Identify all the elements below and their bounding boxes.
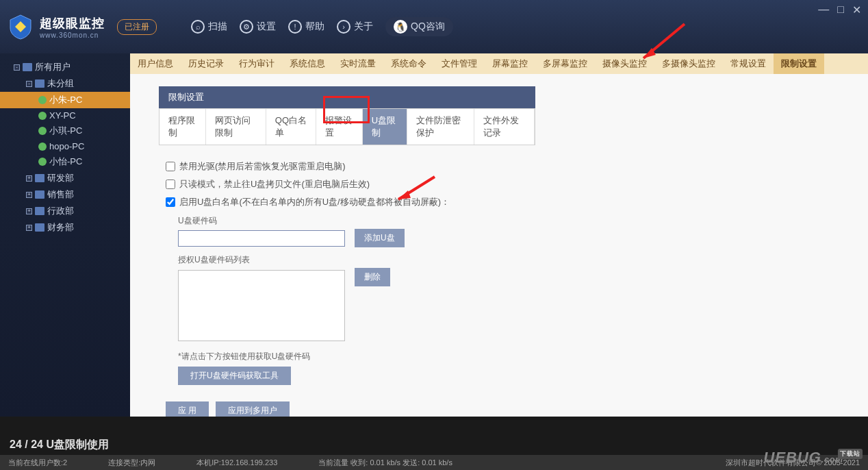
open-hwcode-tool-button[interactable]: 打开U盘硬件码获取工具 xyxy=(178,367,291,385)
tree-dept[interactable]: +行政部 xyxy=(0,203,130,219)
hw-code-label: U盘硬件码 xyxy=(178,215,528,227)
gear-icon: ⚙ xyxy=(240,20,253,34)
expand-icon[interactable]: + xyxy=(26,225,32,231)
search-icon: ⌕ xyxy=(191,20,205,34)
user-tree-sidebar: -所有用户 -未分组 小朱-PC XY-PC 小琪-PC hopo-PC 小怡-… xyxy=(0,53,130,417)
expand-icon[interactable]: + xyxy=(26,192,32,198)
status-bar: 当前在线用户数:2 连接类型:内网 本机IP:192.168.199.233 当… xyxy=(0,455,868,470)
monitors-icon xyxy=(35,223,44,232)
top-toolbar: ⌕扫描 ⚙设置 !帮助 ›关于 🐧QQ咨询 xyxy=(191,17,453,36)
tab-restriction[interactable]: 限制设置 xyxy=(774,53,824,74)
qq-consult-button[interactable]: 🐧QQ咨询 xyxy=(385,17,453,36)
monitors-icon xyxy=(35,190,44,199)
user-icon xyxy=(38,127,47,135)
add-usb-button[interactable]: 添加U盘 xyxy=(355,229,405,247)
about-button[interactable]: ›关于 xyxy=(337,20,373,34)
tab-history[interactable]: 历史记录 xyxy=(181,53,231,74)
tab-sysinfo[interactable]: 系统信息 xyxy=(282,53,333,74)
tree-dept[interactable]: +研发部 xyxy=(0,170,130,186)
tab-general[interactable]: 常规设置 xyxy=(723,53,774,74)
main-tabbar: 用户信息 历史记录 行为审计 系统信息 实时流量 系统命令 文件管理 屏幕监控 … xyxy=(130,53,868,74)
minimize-button[interactable]: — xyxy=(818,3,829,16)
app-title: 超级眼监控 xyxy=(40,15,105,32)
tab-behavior[interactable]: 行为审计 xyxy=(231,53,282,74)
title-bar: 超级眼监控 www.360mon.cn 已注册 ⌕扫描 ⚙设置 !帮助 ›关于 … xyxy=(0,0,868,53)
watermark: UEBUG.com 下载站 xyxy=(764,449,863,469)
online-count: 当前在线用户数:2 xyxy=(8,458,67,468)
subtab-outgoing[interactable]: 文件外发记录 xyxy=(474,109,535,145)
readonly-usb-row: 只读模式，禁止往U盘拷贝文件(重启电脑后生效) xyxy=(166,178,528,190)
user-icon xyxy=(38,158,47,166)
subtab-alarm[interactable]: 报警设置 xyxy=(316,109,363,145)
tree-host[interactable]: XY-PC xyxy=(0,108,130,123)
tab-traffic[interactable]: 实时流量 xyxy=(333,53,383,74)
usb-whitelist-checkbox[interactable] xyxy=(166,197,175,207)
registration-badge: 已注册 xyxy=(117,19,157,35)
window-controls: — □ ✕ xyxy=(818,3,861,16)
user-icon xyxy=(38,96,47,104)
tree-host[interactable]: 小朱-PC xyxy=(0,92,130,108)
subtab-usb[interactable]: U盘限制 xyxy=(363,109,407,145)
tab-syscmd[interactable]: 系统命令 xyxy=(383,53,434,74)
restriction-panel: 限制设置 程序限制 网页访问限制 QQ白名单 报警设置 U盘限制 文件防泄密保护… xyxy=(159,86,535,417)
settings-button[interactable]: ⚙设置 xyxy=(240,20,276,34)
about-icon: › xyxy=(337,20,350,34)
help-button[interactable]: !帮助 xyxy=(288,20,324,34)
qq-icon: 🐧 xyxy=(394,20,407,34)
monitors-icon xyxy=(23,63,32,71)
subtab-qq[interactable]: QQ白名单 xyxy=(266,109,316,145)
tab-filemgr[interactable]: 文件管理 xyxy=(434,53,485,74)
maximize-button[interactable]: □ xyxy=(837,3,844,16)
expand-icon[interactable]: + xyxy=(26,175,32,182)
tab-screen[interactable]: 屏幕监控 xyxy=(485,53,535,74)
usb-whitelist-row: 启用U盘白名单(不在白名单内的所有U盘/移动硬盘都将被自动屏蔽)： xyxy=(166,196,528,208)
scan-button[interactable]: ⌕扫描 xyxy=(191,20,227,34)
collapse-icon[interactable]: - xyxy=(14,64,20,71)
disable-cdrom-checkbox[interactable] xyxy=(166,162,175,171)
tree-dept[interactable]: +销售部 xyxy=(0,186,130,203)
traffic-stats: 当前流量 收到: 0.01 kb/s 发送: 0.01 kb/s xyxy=(318,458,452,468)
main-content: 用户信息 历史记录 行为审计 系统信息 实时流量 系统命令 文件管理 屏幕监控 … xyxy=(130,53,868,417)
local-ip: 本机IP:192.168.199.233 xyxy=(196,458,277,468)
connection-type: 连接类型:内网 xyxy=(108,458,155,468)
app-logo-icon xyxy=(7,13,34,40)
hint-text: *请点击下方按钮使用获取U盘硬件码 xyxy=(178,351,528,362)
app-url: www.360mon.cn xyxy=(40,32,105,39)
monitors-icon xyxy=(35,79,44,88)
close-button[interactable]: ✕ xyxy=(852,3,861,16)
user-icon xyxy=(38,143,47,151)
delete-usb-button[interactable]: 删除 xyxy=(355,268,390,286)
monitors-icon xyxy=(35,207,44,215)
subtab-dlp[interactable]: 文件防泄密保护 xyxy=(407,109,474,145)
tree-root-all-users[interactable]: -所有用户 xyxy=(0,59,130,75)
help-icon: ! xyxy=(288,20,302,34)
user-icon xyxy=(38,112,47,120)
tree-host[interactable]: hopo-PC xyxy=(0,139,130,153)
apply-multi-button[interactable]: 应用到多用户 xyxy=(216,401,290,417)
subtab-program[interactable]: 程序限制 xyxy=(159,109,206,145)
monitors-icon xyxy=(35,174,44,182)
tab-multicamera[interactable]: 多摄像头监控 xyxy=(654,53,723,74)
page-indicator: 24 / 24 U盘限制使用 xyxy=(0,434,868,455)
tree-ungrouped[interactable]: -未分组 xyxy=(0,75,130,92)
tab-user-info[interactable]: 用户信息 xyxy=(130,53,181,74)
sub-tabbar: 程序限制 网页访问限制 QQ白名单 报警设置 U盘限制 文件防泄密保护 文件外发… xyxy=(159,108,535,145)
disable-cdrom-row: 禁用光驱(禁用后若需恢复光驱需重启电脑) xyxy=(166,160,528,173)
apply-button[interactable]: 应 用 xyxy=(166,401,209,417)
tab-multiscreen[interactable]: 多屏幕监控 xyxy=(535,53,595,74)
collapse-icon[interactable]: - xyxy=(26,81,32,87)
tree-host[interactable]: 小怡-PC xyxy=(0,153,130,170)
authorized-usb-list[interactable] xyxy=(178,270,345,341)
panel-title: 限制设置 xyxy=(159,86,535,108)
tree-host[interactable]: 小琪-PC xyxy=(0,123,130,139)
tree-dept[interactable]: +财务部 xyxy=(0,219,130,236)
subtab-web[interactable]: 网页访问限制 xyxy=(206,109,266,145)
auth-list-label: 授权U盘硬件码列表 xyxy=(178,254,528,266)
usb-hwcode-input[interactable] xyxy=(178,230,345,247)
logo-area: 超级眼监控 www.360mon.cn 已注册 xyxy=(7,13,157,40)
readonly-usb-checkbox[interactable] xyxy=(166,180,175,189)
tab-camera[interactable]: 摄像头监控 xyxy=(595,53,654,74)
expand-icon[interactable]: + xyxy=(26,208,32,214)
